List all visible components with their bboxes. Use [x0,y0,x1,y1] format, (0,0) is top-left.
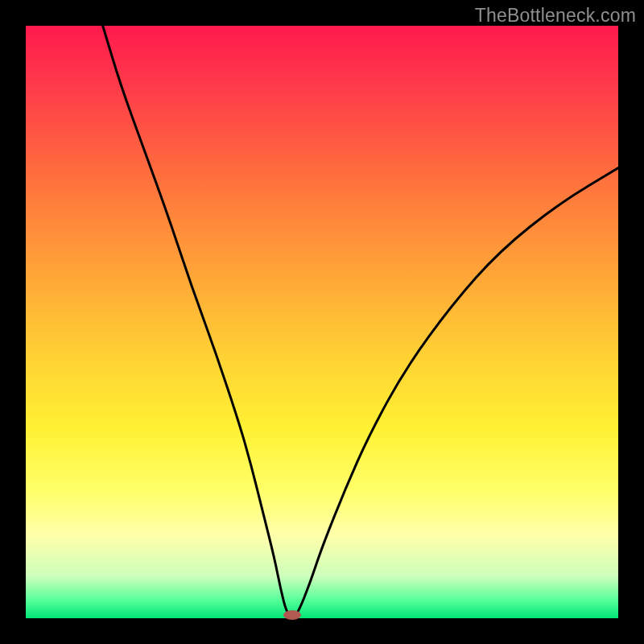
minimum-marker [283,610,301,620]
bottleneck-curve [26,26,618,618]
chart-frame: TheBottleneck.com [0,0,644,644]
watermark-text: TheBottleneck.com [475,5,636,27]
